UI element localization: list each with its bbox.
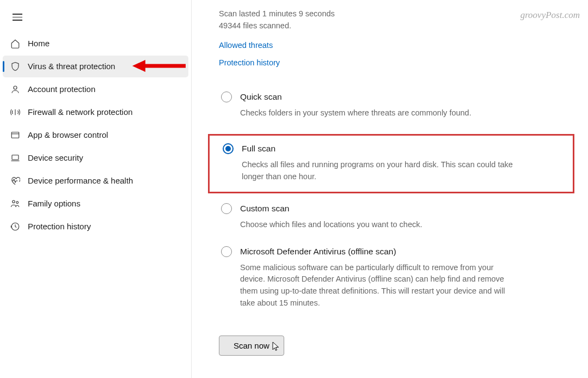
heart-icon [10, 176, 28, 186]
radio-description: Checks folders in your system where thre… [240, 107, 512, 119]
sidebar-item-label: Account protection [28, 84, 95, 94]
laptop-icon [10, 153, 28, 163]
history-icon [10, 222, 28, 231]
sidebar-item-label: Home [28, 39, 50, 48]
scan-option-full: Full scan Checks all files and running p… [220, 143, 571, 183]
sidebar-item-label: Device performance & health [28, 176, 133, 185]
radio-description: Some malicious software can be particula… [240, 262, 512, 309]
sidebar-item-label: App & browser control [28, 130, 108, 139]
hamburger-menu-button[interactable] [3, 8, 28, 32]
radio-description: Choose which files and locations you wan… [240, 219, 512, 231]
svg-rect-1 [11, 132, 19, 138]
allowed-threats-link[interactable]: Allowed threats [219, 41, 561, 50]
scan-option-offline: Microsoft Defender Antivirus (offline sc… [219, 246, 561, 309]
radio-label: Full scan [242, 144, 275, 154]
radio-label: Quick scan [240, 92, 282, 102]
radio-custom-scan[interactable]: Custom scan [221, 203, 561, 214]
sidebar-item-firewall-network[interactable]: Firewall & network protection [3, 101, 188, 123]
sidebar: Home Virus & threat protection Account p… [0, 0, 192, 378]
scan-option-quick: Quick scan Checks folders in your system… [219, 92, 561, 119]
family-icon [10, 199, 28, 209]
svg-point-0 [14, 86, 17, 89]
sidebar-item-family-options[interactable]: Family options [3, 193, 188, 215]
sidebar-item-account-protection[interactable]: Account protection [3, 78, 188, 100]
files-scanned-text: 49344 files scanned. [219, 20, 561, 32]
sidebar-item-app-browser[interactable]: App & browser control [3, 124, 188, 146]
svg-point-5 [13, 200, 15, 203]
sidebar-item-protection-history[interactable]: Protection history [3, 216, 188, 237]
protection-history-link[interactable]: Protection history [219, 58, 561, 67]
hamburger-icon [13, 14, 18, 21]
svg-rect-3 [12, 155, 19, 159]
sidebar-item-device-security[interactable]: Device security [3, 147, 188, 169]
radio-description: Checks all files and running programs on… [242, 159, 514, 183]
sidebar-item-device-performance[interactable]: Device performance & health [3, 170, 188, 192]
radio-button-icon [221, 92, 232, 102]
sidebar-item-home[interactable]: Home [3, 33, 188, 54]
network-icon [10, 107, 28, 117]
cursor-icon [272, 342, 280, 353]
scan-now-button[interactable]: Scan now [219, 336, 284, 356]
highlight-annotation: Full scan Checks all files and running p… [208, 134, 574, 193]
radio-button-selected-icon [223, 143, 234, 154]
main-content: Scan lasted 1 minutes 9 seconds 49344 fi… [192, 0, 588, 378]
radio-full-scan[interactable]: Full scan [223, 143, 571, 154]
shield-icon [10, 62, 28, 71]
radio-label: Microsoft Defender Antivirus (offline sc… [240, 247, 396, 257]
scan-option-custom: Custom scan Choose which files and locat… [219, 203, 561, 231]
radio-quick-scan[interactable]: Quick scan [221, 92, 561, 102]
sidebar-item-label: Device security [28, 153, 83, 162]
sidebar-item-label: Family options [28, 199, 81, 208]
radio-button-icon [221, 246, 232, 257]
sidebar-item-label: Virus & threat protection [28, 62, 115, 71]
home-icon [10, 39, 28, 48]
radio-label: Custom scan [240, 204, 289, 214]
scan-duration-text: Scan lasted 1 minutes 9 seconds [219, 8, 561, 20]
sidebar-item-virus-threat[interactable]: Virus & threat protection [3, 56, 188, 77]
scan-options-group: Quick scan Checks folders in your system… [219, 92, 561, 309]
person-icon [10, 84, 28, 94]
sidebar-item-label: Firewall & network protection [28, 107, 133, 117]
radio-offline-scan[interactable]: Microsoft Defender Antivirus (offline sc… [221, 246, 561, 257]
watermark-text: groovyPost.com [520, 10, 580, 21]
radio-button-icon [221, 203, 232, 214]
browser-icon [10, 130, 28, 140]
svg-point-6 [16, 201, 19, 203]
scan-button-label: Scan now [234, 341, 270, 350]
sidebar-item-label: Protection history [28, 222, 91, 231]
